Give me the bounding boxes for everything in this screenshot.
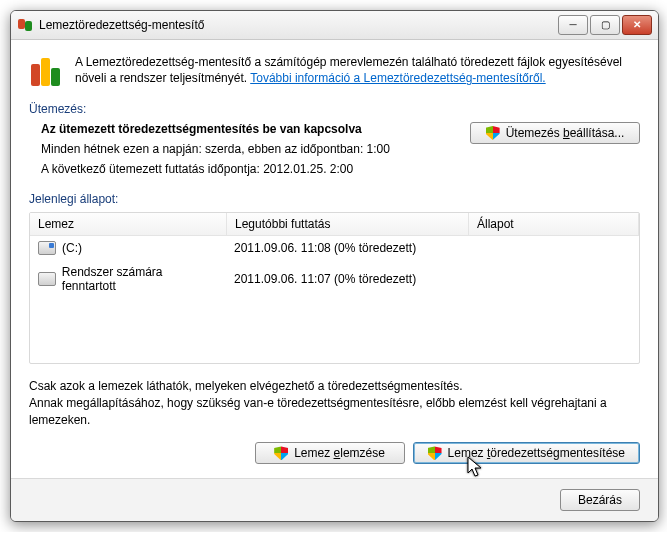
- table-row[interactable]: (C:) 2011.09.06. 11:08 (0% töredezett): [30, 236, 639, 260]
- schedule-label: Ütemezés:: [29, 102, 640, 116]
- disk-state: [467, 277, 639, 281]
- titlebar[interactable]: Lemeztöredezettség-mentesítő ─ ▢ ✕: [11, 11, 658, 40]
- shield-icon: [428, 446, 442, 460]
- minimize-button[interactable]: ─: [558, 15, 588, 35]
- learn-more-link[interactable]: További információ a Lemeztöredezettség-…: [250, 71, 545, 85]
- disk-last-run: 2011.09.06. 11:08 (0% töredezett): [226, 239, 467, 257]
- window-title: Lemeztöredezettség-mentesítő: [39, 18, 558, 32]
- note-line-2: Annak megállapításához, hogy szükség van…: [29, 395, 640, 429]
- disk-icon: [38, 241, 56, 255]
- defrag-window: Lemeztöredezettség-mentesítő ─ ▢ ✕ A Lem…: [10, 10, 659, 522]
- shield-icon: [486, 126, 500, 140]
- intro-row: A Lemeztöredezettség-mentesítő a számító…: [29, 54, 640, 88]
- note-text: Csak azok a lemezek láthatók, melyeken e…: [29, 378, 640, 428]
- disk-table: Lemez Legutóbbi futtatás Állapot (C:) 20…: [29, 212, 640, 364]
- action-row: Lemez elemzése Lemez töredezettségmentes…: [29, 442, 640, 464]
- defragment-disk-button[interactable]: Lemez töredezettségmentesítése: [413, 442, 640, 464]
- schedule-title: Az ütemezett töredezettségmentesítés be …: [41, 122, 460, 136]
- schedule-row: Az ütemezett töredezettségmentesítés be …: [29, 122, 640, 182]
- header-disk[interactable]: Lemez: [30, 213, 227, 235]
- disk-last-run: 2011.09.06. 11:07 (0% töredezett): [226, 270, 467, 288]
- schedule-info: Az ütemezett töredezettségmentesítés be …: [29, 122, 460, 182]
- header-last-run[interactable]: Legutóbbi futtatás: [227, 213, 469, 235]
- schedule-line-2: A következő ütemezett futtatás időpontja…: [41, 162, 460, 176]
- disk-state: [467, 246, 639, 250]
- intro-text: A Lemeztöredezettség-mentesítő a számító…: [75, 54, 640, 88]
- close-dialog-button[interactable]: Bezárás: [560, 489, 640, 511]
- defragment-disk-label: Lemez töredezettségmentesítése: [448, 446, 625, 460]
- window-buttons: ─ ▢ ✕: [558, 15, 652, 35]
- client-area: A Lemeztöredezettség-mentesítő a számító…: [11, 40, 658, 478]
- configure-schedule-button[interactable]: Ütemezés beállítása...: [470, 122, 640, 144]
- defrag-app-icon: [17, 17, 33, 33]
- disk-name: Rendszer számára fenntartott: [62, 265, 218, 293]
- note-line-1: Csak azok a lemezek láthatók, melyeken e…: [29, 378, 640, 395]
- maximize-button[interactable]: ▢: [590, 15, 620, 35]
- analyze-disk-button[interactable]: Lemez elemzése: [255, 442, 405, 464]
- disk-icon: [38, 272, 56, 286]
- close-button[interactable]: ✕: [622, 15, 652, 35]
- analyze-disk-label: Lemez elemzése: [294, 446, 385, 460]
- shield-icon: [274, 446, 288, 460]
- disk-name: (C:): [62, 241, 82, 255]
- status-label: Jelenlegi állapot:: [29, 192, 640, 206]
- defrag-large-icon: [29, 54, 63, 88]
- schedule-line-1: Minden hétnek ezen a napján: szerda, ebb…: [41, 142, 460, 156]
- table-header: Lemez Legutóbbi futtatás Állapot: [30, 213, 639, 236]
- footer: Bezárás: [11, 478, 658, 521]
- header-state[interactable]: Állapot: [469, 213, 639, 235]
- table-row[interactable]: Rendszer számára fenntartott 2011.09.06.…: [30, 260, 639, 298]
- configure-schedule-label: Ütemezés beállítása...: [506, 126, 625, 140]
